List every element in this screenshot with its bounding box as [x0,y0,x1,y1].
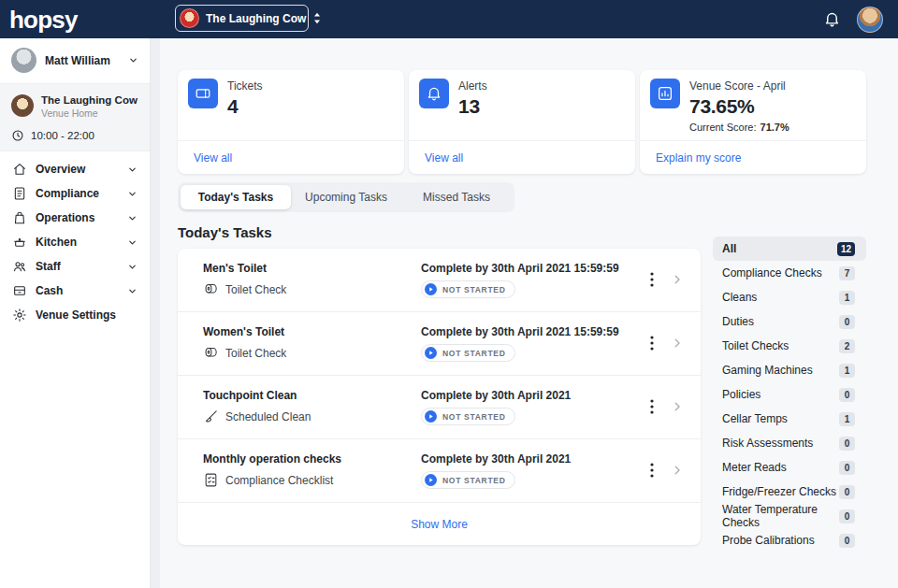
category-policies[interactable]: Policies 0 [713,382,866,407]
sidebar-item-operations[interactable]: Operations [0,206,150,230]
bell-icon [419,79,449,108]
content-scrollbar[interactable] [151,38,160,588]
status-badge: NOT STARTED [421,408,515,425]
sidebar-item-label: Kitchen [36,236,77,249]
category-label: All [722,242,736,255]
sidebar-item-label: Venue Settings [36,308,116,322]
task-due: Complete by 30th April 2021 15:59:59 [421,262,646,275]
tickets-count: 4 [227,95,263,118]
category-label: Risk Assessments [722,437,813,450]
category-risk-assessments[interactable]: Risk Assessments 0 [713,431,866,455]
venue-score-card: Venue Score - April 73.65% Current Score… [640,70,866,174]
card-label: Tickets [227,79,263,93]
alerts-count: 13 [458,95,487,118]
sidebar-item-venue-settings[interactable]: Venue Settings [0,303,150,327]
category-compliance-checks[interactable]: Compliance Checks 7 [713,261,866,285]
avatar [11,48,36,73]
people-icon [12,259,27,274]
sidebar-item-label: Operations [36,211,94,224]
sidebar-item-staff[interactable]: Staff [0,254,150,279]
sidebar-item-label: Staff [36,260,61,273]
chart-icon [650,79,680,108]
category-meter-reads[interactable]: Meter Reads 0 [713,455,866,480]
card-label: Alerts [458,79,487,93]
venue-home-link[interactable]: The Laughing Cow Venue Home [0,91,150,122]
user-menu[interactable]: Matt William [0,38,150,83]
view-all-tickets-link[interactable]: View all [194,151,232,165]
main-content: Tickets 4 View all Alerts 13 View all [160,38,898,588]
venue-section: The Laughing Cow Venue Home 10:00 - 22:0… [0,84,150,151]
category-toilet-checks[interactable]: Toilet Checks 2 [713,334,866,358]
tab-missed-tasks[interactable]: Missed Tasks [401,185,512,209]
sidebar-item-overview[interactable]: Overview [0,157,150,181]
category-cleans[interactable]: Cleans 1 [713,285,866,309]
task-menu-button[interactable] [646,334,658,352]
category-label: Compliance Checks [722,266,822,280]
open-task-button[interactable] [671,273,684,286]
venue-selector-label: The Laughing Cow [206,12,306,25]
category-water-temperature-checks[interactable]: Water Temperature Checks 0 [713,504,866,528]
explain-score-link[interactable]: Explain my score [656,151,741,165]
app-logo: hopsy [9,7,78,32]
task-row-monthly-operation-checks[interactable]: Monthly operation checks Compliance Chec… [178,439,701,503]
show-more-link[interactable]: Show More [411,518,468,531]
category-label: Fridge/Freezer Checks [722,485,836,498]
view-all-alerts-link[interactable]: View all [425,151,463,165]
sidebar: Matt William The Laughing Cow Venue Home… [0,38,151,588]
task-row-mens-toilet[interactable]: Men's Toilet Toilet Check Complete by 30… [178,249,701,312]
notifications-button[interactable] [823,10,841,28]
task-row-touchpoint-clean[interactable]: Touchpoint Clean Scheduled Clean Complet… [178,376,701,439]
tickets-card: Tickets 4 View all [178,70,404,174]
open-task-button[interactable] [671,464,684,477]
sidebar-item-kitchen[interactable]: Kitchen [0,230,150,254]
open-task-button[interactable] [671,337,684,350]
current-score-value: 71.7% [760,122,789,133]
task-menu-button[interactable] [646,397,658,416]
chevron-down-icon [127,165,138,175]
category-probe-calibrations[interactable]: Probe Calibrations 0 [713,528,866,552]
status-text: NOT STARTED [442,476,506,485]
category-count-badge: 0 [839,509,855,523]
venue-name: The Laughing Cow [41,94,138,106]
sidebar-item-compliance[interactable]: Compliance [0,181,150,206]
category-label: Gaming Machines [722,364,813,377]
checklist-icon [203,472,219,488]
venue-selector[interactable]: The Laughing Cow [175,5,309,32]
open-task-button[interactable] [671,400,684,413]
home-icon [12,162,27,177]
task-menu-button[interactable] [646,270,658,289]
category-count-badge: 0 [839,461,855,475]
status-badge: NOT STARTED [421,344,515,362]
tab-upcoming-tasks[interactable]: Upcoming Tasks [291,185,401,209]
category-gaming-machines[interactable]: Gaming Machines 1 [713,358,866,382]
task-due: Complete by 30th April 2021 15:59:59 [421,325,646,338]
clock-icon [11,129,24,142]
status-text: NOT STARTED [442,349,506,358]
tab-todays-tasks[interactable]: Today's Tasks [181,185,291,209]
category-cellar-temps[interactable]: Cellar Temps 1 [713,407,866,431]
task-row-womens-toilet[interactable]: Women's Toilet Toilet Check Complete by … [178,312,701,376]
category-count-badge: 12 [837,242,855,256]
task-title: Touchpoint Clean [203,389,421,402]
category-duties[interactable]: Duties 0 [713,309,866,334]
venue-hours: 10:00 - 22:00 [0,122,150,144]
broom-icon [203,409,219,424]
status-play-icon [425,347,437,359]
task-menu-button[interactable] [646,461,658,480]
category-fridge-freezer-checks[interactable]: Fridge/Freezer Checks 0 [713,480,866,504]
status-play-icon [425,410,437,423]
task-type: Toilet Check [225,347,286,360]
category-label: Cellar Temps [722,412,788,425]
toilet-roll-icon [203,345,219,361]
category-count-badge: 1 [839,412,855,426]
ticket-icon [188,79,218,108]
category-filter-panel: All 12 Compliance Checks 7 Cleans 1 Duti… [713,237,866,552]
category-all[interactable]: All 12 [713,237,866,261]
sidebar-item-label: Cash [36,284,63,297]
user-avatar[interactable] [857,7,883,33]
task-due: Complete by 30th April 2021 [421,389,646,402]
task-type: Scheduled Clean [225,410,311,423]
task-tabs: Today's Tasks Upcoming Tasks Missed Task… [178,182,514,212]
status-text: NOT STARTED [442,412,506,422]
sidebar-item-cash[interactable]: Cash [0,279,150,303]
